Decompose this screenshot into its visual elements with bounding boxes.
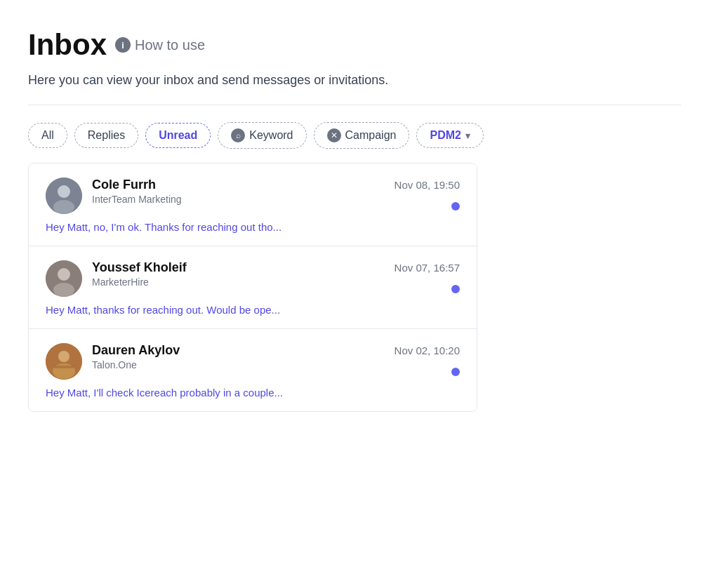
how-to-use-label: How to use (135, 37, 205, 53)
message-preview: Hey Matt, I'll check Icereach probably i… (46, 387, 460, 399)
filter-unread-label: Unread (159, 129, 197, 142)
avatar (46, 260, 82, 297)
unread-indicator (451, 368, 460, 376)
close-icon: ✕ (327, 128, 341, 142)
avatar (46, 178, 82, 214)
search-icon: ⌕ (231, 128, 245, 142)
message-name-time: Dauren Akylov Nov 02, 10:20 (92, 343, 460, 358)
message-header: Dauren Akylov Nov 02, 10:20 Talon.One (46, 343, 460, 380)
message-meta: Dauren Akylov Nov 02, 10:20 Talon.One (92, 343, 460, 376)
svg-point-1 (58, 185, 70, 198)
svg-point-7 (58, 351, 69, 362)
message-name-time: Youssef Kholeif Nov 07, 16:57 (92, 260, 460, 275)
unread-dot-row (92, 285, 460, 293)
page-header: Inbox i How to use (28, 28, 681, 62)
svg-point-2 (53, 200, 74, 214)
filter-pdm2-label: PDM2 (430, 129, 460, 142)
filter-keyword-label: Keyword (249, 129, 293, 142)
unread-indicator (451, 285, 460, 293)
message-meta: Cole Furrh Nov 08, 19:50 InterTeam Marke… (92, 178, 460, 211)
unread-dot-row (92, 368, 460, 376)
filter-all[interactable]: All (28, 123, 67, 148)
message-item[interactable]: Cole Furrh Nov 08, 19:50 InterTeam Marke… (29, 163, 477, 246)
message-meta: Youssef Kholeif Nov 07, 16:57 MarketerHi… (92, 260, 460, 293)
page-subtitle: Here you can view your inbox and send me… (28, 73, 681, 88)
messages-list: Cole Furrh Nov 08, 19:50 InterTeam Marke… (28, 163, 477, 412)
filter-campaign[interactable]: ✕ Campaign (314, 122, 410, 149)
filter-pdm2[interactable]: PDM2 ▾ (416, 123, 483, 148)
filter-unread[interactable]: Unread (145, 123, 211, 148)
filter-replies[interactable]: Replies (74, 123, 138, 148)
filter-replies-label: Replies (88, 129, 125, 142)
unread-dot-row (92, 202, 460, 211)
svg-point-4 (58, 268, 70, 281)
chevron-down-icon: ▾ (465, 131, 470, 141)
sender-name: Youssef Kholeif (92, 260, 187, 275)
message-preview: Hey Matt, thanks for reaching out. Would… (46, 304, 460, 316)
avatar (46, 343, 82, 380)
message-preview: Hey Matt, no, I'm ok. Thanks for reachin… (46, 221, 460, 233)
message-item[interactable]: Youssef Kholeif Nov 07, 16:57 MarketerHi… (29, 246, 477, 329)
filter-keyword[interactable]: ⌕ Keyword (218, 122, 306, 149)
header-divider (28, 105, 681, 105)
message-item[interactable]: Dauren Akylov Nov 02, 10:20 Talon.One He… (29, 329, 477, 411)
unread-indicator (451, 202, 460, 211)
filter-campaign-label: Campaign (345, 129, 397, 142)
filter-all-label: All (41, 129, 54, 142)
message-time: Nov 02, 10:20 (395, 345, 460, 356)
message-header: Youssef Kholeif Nov 07, 16:57 MarketerHi… (46, 260, 460, 297)
message-name-time: Cole Furrh Nov 08, 19:50 (92, 178, 460, 192)
page-title: Inbox (28, 28, 107, 62)
sender-name: Dauren Akylov (92, 343, 180, 358)
sender-name: Cole Furrh (92, 178, 156, 192)
message-time: Nov 07, 16:57 (395, 262, 460, 274)
filters-row: All Replies Unread ⌕ Keyword ✕ Campaign … (28, 122, 681, 149)
message-header: Cole Furrh Nov 08, 19:50 InterTeam Marke… (46, 178, 460, 214)
svg-point-5 (53, 283, 74, 297)
svg-rect-9 (54, 366, 74, 368)
message-time: Nov 08, 19:50 (395, 179, 460, 191)
info-icon: i (115, 37, 131, 53)
how-to-use-button[interactable]: i How to use (115, 37, 205, 53)
